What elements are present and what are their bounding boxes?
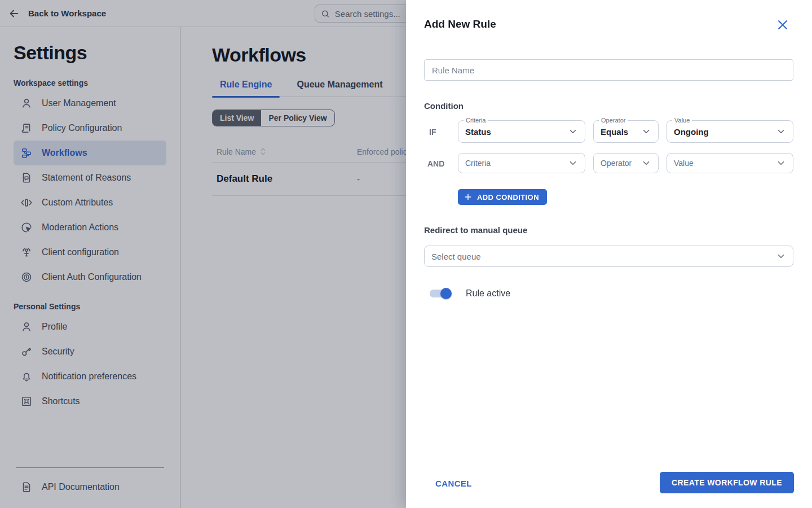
operator-select-2[interactable]: Operator (593, 153, 659, 173)
queue-placeholder: Select queue (431, 252, 481, 261)
drawer-title: Add New Rule (424, 18, 496, 30)
criteria-select[interactable]: Criteria Status (458, 120, 585, 143)
create-workflow-rule-button[interactable]: CREATE WORKFLOW RULE (660, 472, 794, 493)
value-select[interactable]: Value Ongoing (667, 120, 793, 143)
condition-section-label: Condition (424, 101, 464, 111)
operator-select[interactable]: Operator Equals (593, 120, 659, 143)
operator-value: Equals (601, 127, 628, 137)
chevron-down-icon (568, 126, 578, 137)
criteria-placeholder: Criteria (465, 159, 491, 168)
value-floating-label: Value (672, 117, 692, 124)
value-value: Ongoing (674, 127, 709, 137)
chevron-down-icon (776, 251, 786, 261)
toggle-thumb (440, 288, 452, 299)
criteria-value: Status (465, 127, 491, 137)
add-condition-button[interactable]: ADD CONDITION (458, 189, 547, 205)
criteria-select-2[interactable]: Criteria (458, 153, 585, 173)
value-select-2[interactable]: Value (667, 153, 793, 173)
rule-name-input[interactable] (424, 59, 793, 81)
rule-active-row: Rule active (429, 286, 510, 301)
chevron-down-icon (776, 158, 786, 168)
chevron-down-icon (641, 158, 651, 168)
operator-placeholder: Operator (601, 159, 632, 168)
queue-select[interactable]: Select queue (424, 246, 793, 267)
rule-active-toggle[interactable] (429, 286, 450, 301)
cancel-button[interactable]: CANCEL (426, 474, 481, 493)
chevron-down-icon (776, 126, 786, 137)
operator-floating-label: Operator (599, 117, 628, 124)
if-connector-label: IF (429, 128, 436, 137)
redirect-queue-label: Redirect to manual queue (424, 225, 527, 235)
plus-icon (464, 192, 473, 202)
criteria-floating-label: Criteria (464, 117, 488, 124)
close-icon[interactable] (776, 18, 789, 32)
chevron-down-icon (568, 158, 578, 168)
rule-active-label: Rule active (466, 288, 510, 299)
value-placeholder: Value (674, 159, 694, 168)
add-new-rule-drawer: Add New Rule Condition IF Criteria Statu… (406, 0, 812, 508)
chevron-down-icon (641, 126, 651, 137)
and-connector-label: AND (427, 159, 444, 168)
